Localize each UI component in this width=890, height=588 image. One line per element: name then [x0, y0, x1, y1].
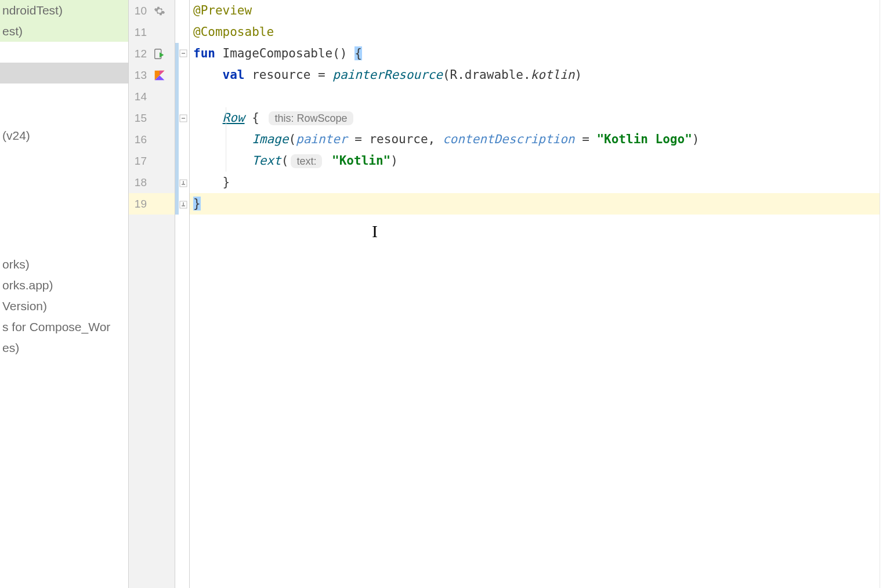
- code-line-current[interactable]: }: [190, 193, 880, 215]
- code-line[interactable]: @Composable: [190, 21, 880, 43]
- gutter-line[interactable]: 14: [129, 86, 175, 107]
- code-line[interactable]: @Preview: [190, 0, 880, 21]
- gutter-line[interactable]: 15: [129, 107, 175, 129]
- tree-item[interactable]: Version): [0, 296, 128, 317]
- tree-item-selected[interactable]: [0, 63, 128, 84]
- svg-marker-1: [160, 52, 164, 57]
- tree-item[interactable]: est): [0, 21, 128, 42]
- code-line[interactable]: fun ImageComposable() {: [190, 43, 880, 64]
- code-line[interactable]: Text(text: "Kotlin"): [190, 150, 880, 172]
- gutter-line[interactable]: 12: [129, 43, 175, 64]
- code-editor[interactable]: @Preview @Composable fun ImageComposable…: [190, 0, 880, 588]
- svg-marker-4: [160, 70, 164, 75]
- project-tree[interactable]: ndroidTest) est) (v24) orks) orks.app) V…: [0, 0, 129, 588]
- matched-brace: {: [354, 46, 362, 60]
- code-line[interactable]: }: [190, 172, 880, 193]
- gutter-line[interactable]: 10: [129, 0, 175, 21]
- text-caret-icon: I: [372, 222, 378, 241]
- code-line[interactable]: val resource = painterResource(R.drawabl…: [190, 64, 880, 86]
- fold-toggle-icon[interactable]: [179, 114, 188, 123]
- fold-end-icon[interactable]: [179, 200, 188, 209]
- gutter-line[interactable]: 13: [129, 64, 175, 86]
- inlay-hint: this: RowScope: [269, 111, 353, 125]
- tree-item[interactable]: (v24): [0, 125, 128, 146]
- line-gutter[interactable]: 10 11 12 13 14 15 16 17 18 19: [129, 0, 175, 588]
- inlay-hint: text:: [291, 154, 322, 168]
- gutter-line[interactable]: 11: [129, 21, 175, 43]
- tree-item[interactable]: orks): [0, 254, 128, 275]
- fold-toggle-icon[interactable]: [179, 49, 188, 58]
- matched-brace: }: [193, 197, 201, 210]
- code-line[interactable]: Row { this: RowScope: [190, 107, 880, 129]
- fold-end-icon[interactable]: [179, 179, 188, 188]
- gutter-line-current[interactable]: 19: [129, 193, 175, 215]
- tree-item[interactable]: es): [0, 337, 128, 358]
- gutter-line[interactable]: 18: [129, 172, 175, 193]
- modification-bar: [175, 43, 179, 215]
- gutter-line[interactable]: 17: [129, 150, 175, 172]
- run-icon[interactable]: [149, 48, 170, 60]
- tree-item[interactable]: ndroidTest): [0, 0, 128, 21]
- tree-item[interactable]: orks.app): [0, 275, 128, 296]
- gear-icon[interactable]: [149, 5, 170, 17]
- gutter-line[interactable]: 16: [129, 129, 175, 150]
- scrollbar-markers[interactable]: [880, 0, 890, 588]
- kotlin-icon: [149, 70, 170, 81]
- code-line[interactable]: [190, 86, 880, 107]
- tree-item[interactable]: s for Compose_Wor: [0, 317, 128, 337]
- fold-strip[interactable]: [175, 0, 190, 588]
- code-line[interactable]: Image(painter = resource, contentDescrip…: [190, 129, 880, 150]
